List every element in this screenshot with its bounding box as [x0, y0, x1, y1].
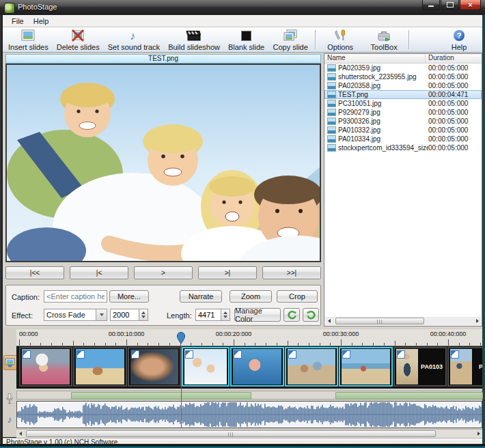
ruler-tick — [234, 339, 234, 346]
go-to-end-button[interactable]: >>| — [262, 266, 321, 279]
audio-track[interactable] — [16, 401, 482, 428]
crop-button[interactable]: Crop — [277, 290, 318, 303]
go-to-start-button[interactable]: |<< — [5, 266, 64, 279]
file-name: TEST.png — [338, 91, 428, 98]
file-list-row[interactable]: P9300326.jpg 00:00:05:000 — [324, 117, 482, 126]
maximize-button[interactable] — [441, 0, 459, 10]
effect-duration-input[interactable] — [110, 309, 139, 321]
clip-edit-icon[interactable] — [342, 350, 350, 359]
blank-slide-button[interactable]: Blank slide — [224, 27, 268, 52]
more-button[interactable]: More... — [109, 290, 149, 303]
scroll-right-icon[interactable] — [473, 318, 481, 324]
narrate-button[interactable]: Narrate — [180, 290, 222, 303]
effect-dropdown[interactable]: Cross Fade — [44, 309, 107, 321]
timeline-clip[interactable] — [285, 347, 338, 387]
delete-slides-button[interactable]: Delete slides — [53, 27, 104, 52]
column-duration[interactable]: Duration — [426, 54, 482, 63]
next-slide-button[interactable]: >| — [198, 266, 257, 279]
file-duration: 00:00:05:000 — [428, 100, 482, 107]
toolbox-button[interactable]: ToolBox — [362, 27, 406, 52]
image-file-icon — [327, 82, 336, 89]
file-list-row[interactable]: stockxpertcom_id333594_size1.jpg 00:00:0… — [324, 143, 482, 152]
timeline-clip[interactable] — [230, 347, 284, 387]
timeline-clip[interactable] — [339, 347, 393, 387]
clip-edit-icon[interactable] — [397, 350, 405, 359]
timeline-clip[interactable]: PA — [447, 347, 482, 387]
timeline-clip[interactable] — [182, 347, 230, 387]
file-list-row[interactable]: PA020358.jpg 00:00:05:000 — [324, 81, 482, 90]
scroll-left-icon[interactable] — [325, 318, 333, 324]
insert-slides-button[interactable]: Insert slides — [4, 27, 53, 52]
clip-edit-icon[interactable] — [23, 350, 31, 359]
scroll-right-icon[interactable] — [475, 430, 482, 437]
effect-value: Cross Fade — [46, 311, 85, 319]
options-button[interactable]: Options — [318, 27, 362, 52]
copy-slide-icon — [282, 29, 299, 42]
clip-edit-icon[interactable] — [131, 350, 139, 359]
zoom-button[interactable]: Zoom — [230, 290, 272, 303]
column-name[interactable]: Name — [324, 54, 426, 63]
file-list-row[interactable]: PA020359.jpg 00:00:05:000 — [324, 64, 482, 72]
narration-track[interactable] — [16, 391, 482, 400]
close-button[interactable]: × — [460, 0, 481, 10]
list-header[interactable]: Name Duration — [324, 54, 482, 64]
minimize-button[interactable] — [422, 0, 440, 10]
manage-color-button[interactable]: Manage Color — [234, 308, 281, 322]
delete-slides-icon — [70, 29, 86, 42]
rotate-right-button[interactable] — [303, 308, 319, 322]
title-bar[interactable]: PhotoStage × — [0, 0, 485, 16]
playhead-marker[interactable] — [177, 332, 185, 344]
slide-track[interactable]: PA0103PA — [16, 346, 482, 389]
set-sound-track-button[interactable]: ♪ Set sound track — [104, 27, 164, 52]
timeline-clip[interactable]: PA0103 — [393, 347, 447, 387]
file-list-row[interactable]: PC310051.jpg 00:00:05:000 — [324, 99, 482, 108]
help-button[interactable]: ? Help — [437, 27, 481, 52]
file-duration: 00:00:05:000 — [428, 135, 482, 143]
menu-help[interactable]: Help — [29, 16, 54, 26]
narration-segment[interactable] — [71, 392, 251, 400]
timeline-clip[interactable] — [128, 347, 181, 387]
toolbar-separator — [408, 30, 409, 49]
ruler-tick — [212, 343, 213, 346]
rotate-left-button[interactable] — [283, 308, 300, 322]
caption-input[interactable] — [44, 290, 107, 303]
file-list-row[interactable]: P9290279.jpg 00:00:05:000 — [324, 108, 482, 117]
timeline-horizontal-scrollbar[interactable] — [16, 429, 482, 438]
ruler-tick — [126, 339, 127, 346]
timeline-scrollbar-thumb[interactable] — [26, 430, 436, 437]
ruler-label: 00:00:20:000 — [216, 331, 252, 337]
clip-edit-icon[interactable] — [451, 350, 459, 359]
length-spinner[interactable] — [221, 309, 230, 321]
file-duration: 00:00:05:000 — [428, 126, 482, 134]
list-horizontal-scrollbar[interactable] — [325, 317, 481, 325]
length-input[interactable] — [195, 309, 221, 321]
file-duration: 00:00:05:000 — [428, 64, 482, 72]
effect-duration-spinner[interactable] — [139, 309, 148, 321]
play-button[interactable]: > — [134, 266, 193, 279]
file-list-row[interactable]: shutterstock_2235955.jpg 00:00:05:000 — [324, 72, 482, 81]
file-list-row[interactable]: PA010332.jpg 00:00:05:000 — [324, 126, 482, 135]
build-slideshow-button[interactable]: Build slideshow — [164, 27, 224, 52]
scroll-left-icon[interactable] — [16, 430, 24, 437]
timeline-clip[interactable] — [73, 347, 127, 387]
svg-text:♪: ♪ — [130, 30, 135, 42]
slide-track-icon[interactable] — [3, 355, 17, 370]
clip-edit-icon[interactable] — [234, 350, 242, 359]
timeline-ruler[interactable]: 00:00000:00:10:00000:00:20:00000:00:30:0… — [16, 329, 482, 346]
list-scrollbar-thumb[interactable] — [335, 318, 424, 324]
copy-slide-button[interactable]: Copy slide — [268, 27, 312, 52]
narration-segment[interactable] — [335, 392, 483, 400]
file-list-row[interactable]: TEST.png 00:00:04:471 — [324, 90, 482, 99]
clip-edit-icon[interactable] — [77, 350, 85, 359]
microphone-icon[interactable] — [3, 392, 16, 406]
timeline-clip[interactable] — [19, 347, 72, 387]
clip-edit-icon[interactable] — [185, 350, 193, 359]
file-list-row[interactable]: PA010334.jpg 00:00:05:000 — [324, 135, 482, 143]
ruler-tick — [469, 343, 470, 346]
previous-slide-button[interactable]: |< — [70, 266, 128, 279]
clip-filename-label: PA0103 — [418, 348, 445, 385]
music-track-icon[interactable]: ♪ — [3, 412, 16, 426]
menu-file[interactable]: File — [7, 16, 29, 26]
clip-edit-icon[interactable] — [288, 350, 296, 359]
file-duration: 00:00:05:000 — [428, 117, 482, 125]
